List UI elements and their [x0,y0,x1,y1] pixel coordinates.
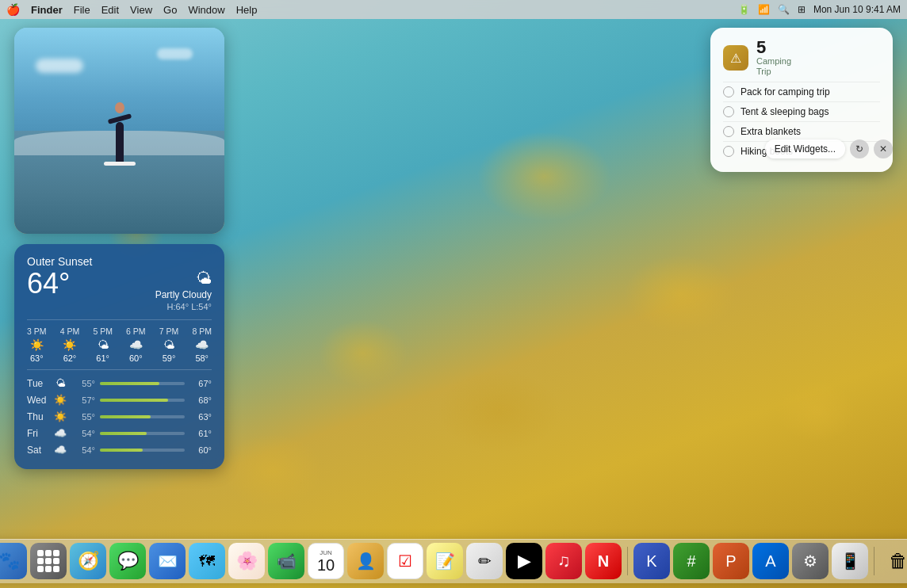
dock-appstore[interactable]: A [752,543,789,579]
rotate-widget-button[interactable]: ↻ [850,139,869,158]
reminder-checkbox-3[interactable] [723,146,734,157]
photos-icon: 🌸 [236,551,258,571]
contacts-icon: 👤 [356,552,376,571]
widget-controls: Edit Widgets... ↻ ✕ [765,139,893,158]
wifi-icon: 📶 [758,4,770,15]
weather-temperature: 64° [27,269,70,298]
daily-forecast: Tue 🌤 55° 67° Wed ☀️ 57° 68° Thu ☀️ 55° … [27,369,212,458]
reminders-header: ⚠ 5 CampingTrip [723,39,880,77]
keynote-icon: K [646,552,656,571]
settings-icon: ⚙ [803,552,817,571]
dock-maps[interactable]: 🗺 [189,543,225,579]
dock-pages[interactable]: P [713,543,749,579]
dock-contacts[interactable]: 👤 [347,543,384,579]
help-menu[interactable]: Help [236,4,258,16]
weather-temp-row: 64° 🌤 Partly Cloudy H:64° L:54° [27,269,212,311]
dock-calendar[interactable]: JUN 10 [308,543,344,579]
day-row-tue: Tue 🌤 55° 67° [27,375,212,391]
reminder-checkbox-0[interactable] [723,86,734,97]
dock-music[interactable]: ♫ [545,543,582,579]
freeform-icon: ✏ [478,552,492,571]
dock-divider-2 [874,547,874,575]
reminder-checkbox-1[interactable] [723,106,734,117]
dock-finder[interactable]: 🐾 [0,543,27,579]
edit-widgets-button[interactable]: Edit Widgets... [765,139,845,158]
dock-trash[interactable]: 🗑 [880,543,907,579]
dock-numbers[interactable]: # [673,543,710,579]
reminder-item-2: Extra blankets [723,121,880,141]
messages-icon: 💬 [117,551,139,571]
window-menu[interactable]: Window [188,4,224,16]
control-center-icon[interactable]: ⊞ [798,4,806,15]
hour-item-2: 5 PM 🌤 61° [93,326,113,363]
dock-messages[interactable]: 💬 [109,543,146,579]
dock-facetime[interactable]: 📹 [268,543,304,579]
weather-hl: H:64° L:54° [167,302,212,311]
appstore-icon: A [765,552,775,571]
apple-menu[interactable]: 🍎 [6,3,20,16]
dock-keynote[interactable]: K [633,543,670,579]
hour-item-4: 7 PM 🌤 59° [159,326,179,363]
menubar-right: 🔋 📶 🔍 ⊞ Mon Jun 10 9:41 AM [738,4,901,15]
hour-item-5: 8 PM ☁️ 58° [192,326,212,363]
dock-reminders[interactable]: ☑ [387,543,423,579]
facetime-icon: 📹 [277,552,297,571]
news-icon: N [598,552,609,571]
reminders-app-icon: ⚠ [723,45,748,71]
dock-freeform[interactable]: ✏ [466,543,503,579]
reminders-list-title: CampingTrip [756,56,791,77]
desktop: 🍎 Finder File Edit View Go Window Help 🔋… [0,0,907,588]
reminder-item-0: Pack for camping trip [723,82,880,101]
finder-icon: 🐾 [0,551,20,571]
hour-item-1: 4 PM ☀️ 62° [60,326,80,363]
pages-icon: P [725,552,736,571]
dock-settings[interactable]: ⚙ [792,543,829,579]
appletv-icon: ▶ [518,551,531,571]
day-row-fri: Fri ☁️ 54° 61° [27,425,212,441]
day-row-sat: Sat ☁️ 54° 60° [27,441,212,458]
day-row-wed: Wed ☀️ 57° 68° [27,391,212,408]
weather-widget: Outer Sunset 64° 🌤 Partly Cloudy H:64° L… [14,244,224,469]
numbers-icon: # [687,552,695,571]
dock-news[interactable]: N [585,543,622,579]
dock-notes[interactable]: 📝 [427,543,463,579]
datetime-display: Mon Jun 10 9:41 AM [813,4,901,15]
photo-widget [14,28,224,234]
reminder-checkbox-2[interactable] [723,126,734,137]
reminders-dock-icon: ☑ [398,552,412,571]
dock-iphone[interactable]: 📱 [832,543,868,579]
trash-icon: 🗑 [889,550,907,572]
launchpad-icon [37,550,59,572]
hour-item-0: 3 PM ☀️ 63° [27,326,47,363]
weather-sun-icon: 🌤 [196,269,212,288]
view-menu[interactable]: View [130,4,152,16]
dock-photos[interactable]: 🌸 [228,543,265,579]
music-icon: ♫ [557,551,571,571]
dock-divider [627,547,628,575]
menubar: 🍎 Finder File Edit View Go Window Help 🔋… [0,0,907,19]
calendar-date: JUN 10 [317,550,335,573]
safari-icon: 🧭 [78,551,99,571]
weather-location: Outer Sunset [27,255,212,268]
reminder-item-1: Tent & sleeping bags [723,101,880,121]
reminder-text-1: Tent & sleeping bags [741,106,829,117]
dock-safari[interactable]: 🧭 [70,543,106,579]
notes-icon: 📝 [435,552,455,571]
close-widget-button[interactable]: ✕ [874,139,893,158]
hourly-forecast: 3 PM ☀️ 63° 4 PM ☀️ 62° 5 PM 🌤 61° 6 PM … [27,319,212,363]
dock-mail[interactable]: ✉️ [149,543,186,579]
dock-appletv[interactable]: ▶ [506,543,542,579]
reminder-text-2: Extra blankets [741,126,801,137]
finder-menu[interactable]: Finder [31,4,63,16]
go-menu[interactable]: Go [163,4,177,16]
reminders-count: 5 [756,39,791,56]
file-menu[interactable]: File [74,4,90,16]
weather-condition-label: Partly Cloudy [155,289,212,300]
maps-icon: 🗺 [199,552,215,571]
edit-menu[interactable]: Edit [101,4,119,16]
battery-icon: 🔋 [738,4,750,15]
hour-item-3: 6 PM ☁️ 60° [126,326,146,363]
dock-launchpad[interactable] [30,543,67,579]
search-icon[interactable]: 🔍 [778,4,790,15]
iphone-icon: 📱 [840,552,860,571]
